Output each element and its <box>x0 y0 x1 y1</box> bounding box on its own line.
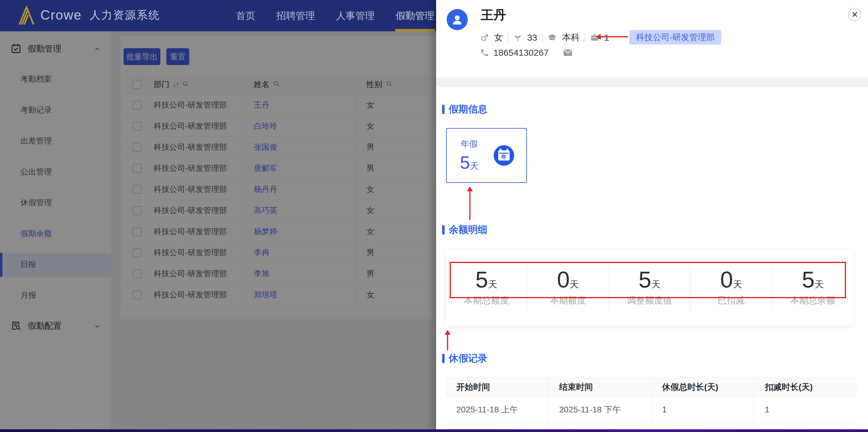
phone-value: 18654130267 <box>493 47 549 58</box>
employee-name: 王丹 <box>481 7 506 24</box>
section-balance-detail: 余额明细 <box>442 223 487 236</box>
phone-icon <box>480 48 489 57</box>
work-years-value: 1 <box>604 33 609 43</box>
nav-item-home[interactable]: 首页 <box>236 0 255 31</box>
records-col-end: 结束时间 <box>548 378 651 396</box>
mail-icon[interactable] <box>563 47 573 59</box>
leave-days-value: 5 <box>460 153 470 173</box>
app-title: 人力资源系统 <box>90 8 160 23</box>
annotation-highlight-rect <box>450 262 846 298</box>
records-row: 2025-11-18 上午 2025-11-18 下午 1 1 <box>445 397 857 423</box>
record-total-cell: 1 <box>651 397 754 422</box>
person-icon <box>450 13 464 27</box>
avatar <box>447 9 468 30</box>
age-value: 33 <box>527 33 537 43</box>
leave-type-label: 年假 <box>460 138 478 150</box>
seedling-icon <box>513 33 522 42</box>
annotation-arrow-balance-card <box>447 334 448 351</box>
nav-item-hr[interactable]: 人事管理 <box>336 0 375 31</box>
record-end-cell: 2025-11-18 下午 <box>548 397 651 422</box>
section-accent-bar <box>442 225 444 234</box>
employee-meta: 女 33 本科 1 <box>480 31 609 44</box>
record-start-cell: 2025-11-18 上午 <box>445 397 548 422</box>
records-col-deduct: 扣减时长(天) <box>754 378 857 396</box>
nav-item-recruit[interactable]: 招聘管理 <box>276 0 315 31</box>
education-value: 本科 <box>562 31 580 44</box>
gender-icon <box>480 33 489 42</box>
crowe-logo-icon <box>17 5 36 25</box>
records-col-start: 开始时间 <box>445 378 548 396</box>
brand-name: Crowe <box>40 7 82 23</box>
bottom-edge-bar <box>0 429 868 432</box>
section-leave-records: 休假记录 <box>442 352 487 365</box>
meta-divider <box>542 33 542 42</box>
annotation-arrow-holiday-card <box>469 191 470 220</box>
drawer-close-button[interactable] <box>848 8 861 21</box>
employee-contact: 18654130267 <box>480 47 549 58</box>
meta-divider <box>585 33 585 42</box>
leave-records-table: 开始时间 结束时间 休假总时长(天) 扣减时长(天) 2025-11-18 上午… <box>445 377 857 432</box>
gender-value: 女 <box>494 31 503 44</box>
section-holiday-info: 假期信息 <box>442 103 487 116</box>
annotation-arrow-dept <box>600 36 628 37</box>
nav-item-attendance[interactable]: 假勤管理 <box>396 0 434 31</box>
records-col-total: 休假总时长(天) <box>651 378 754 396</box>
annual-leave-card: 年假 5天 年 <box>446 128 527 183</box>
close-icon <box>851 11 858 18</box>
drawer-divider <box>436 77 868 87</box>
record-deduct-cell: 1 <box>754 397 857 422</box>
section-accent-bar <box>442 354 444 363</box>
annual-calendar-icon: 年 <box>494 145 514 166</box>
section-accent-bar <box>442 105 444 114</box>
brand: Crowe 人力资源系统 <box>17 5 160 25</box>
employee-detail-drawer: 王丹 女 33 本科 1 18654130267 <box>436 0 868 432</box>
records-header-row: 开始时间 结束时间 休假总时长(天) 扣减时长(天) <box>445 377 857 397</box>
main-nav: 首页 招聘管理 人事管理 假勤管理 <box>236 0 434 31</box>
meta-divider <box>508 33 508 42</box>
graduation-cap-icon <box>547 33 557 42</box>
dept-annotation-badge: 科技公司-研发管理部 <box>629 30 721 44</box>
